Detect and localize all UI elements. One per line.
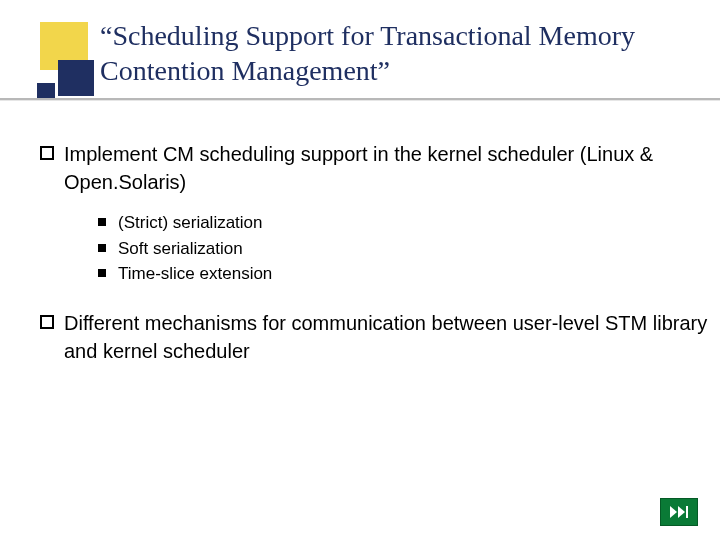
slide-body: Implement CM scheduling support in the k… — [40, 140, 710, 379]
sub-bullet-text: Soft serialization — [118, 236, 243, 262]
sub-bullet-item: (Strict) serialization — [98, 210, 710, 236]
hollow-square-icon — [40, 146, 54, 160]
svg-marker-1 — [678, 506, 685, 518]
sub-bullet-item: Soft serialization — [98, 236, 710, 262]
sub-bullet-list: (Strict) serialization Soft serializatio… — [98, 210, 710, 287]
next-slide-button[interactable] — [660, 498, 698, 526]
solid-square-icon — [98, 244, 106, 252]
forward-icon — [668, 504, 690, 520]
title-divider — [0, 98, 720, 100]
sub-bullet-text: (Strict) serialization — [118, 210, 263, 236]
solid-square-icon — [98, 218, 106, 226]
svg-marker-0 — [670, 506, 677, 518]
bullet-item: Implement CM scheduling support in the k… — [40, 140, 710, 196]
sub-bullet-text: Time-slice extension — [118, 261, 272, 287]
hollow-square-icon — [40, 315, 54, 329]
bullet-item: Different mechanisms for communication b… — [40, 309, 710, 365]
slide-title: “Scheduling Support for Transactional Me… — [100, 18, 700, 88]
bullet-text: Different mechanisms for communication b… — [64, 309, 710, 365]
svg-rect-2 — [686, 506, 688, 518]
sub-bullet-item: Time-slice extension — [98, 261, 710, 287]
decor-navy-square-large — [58, 60, 94, 96]
bullet-text: Implement CM scheduling support in the k… — [64, 140, 710, 196]
solid-square-icon — [98, 269, 106, 277]
